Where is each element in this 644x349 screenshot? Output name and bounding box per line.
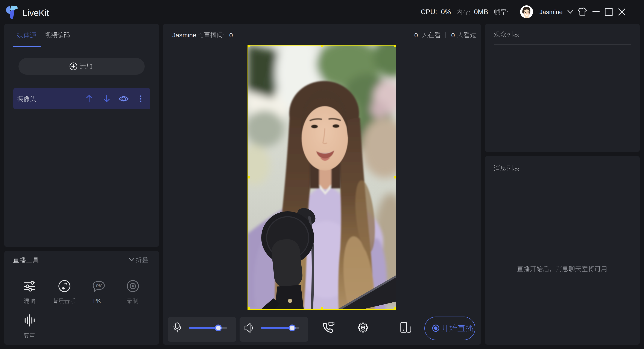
svg-text:PK: PK	[96, 283, 102, 288]
